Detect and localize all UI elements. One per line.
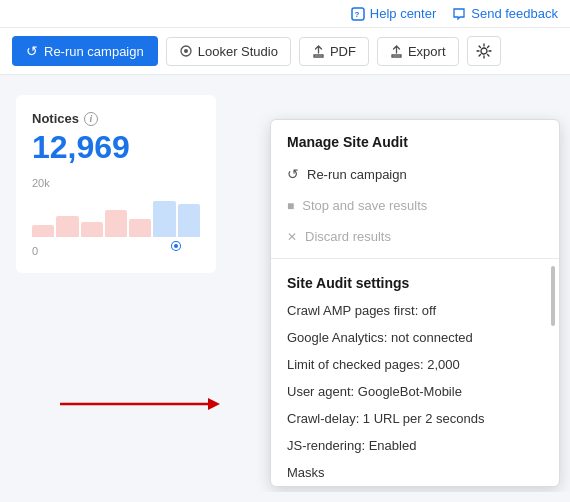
stop-icon: ■ [287, 199, 294, 213]
pdf-button[interactable]: PDF [299, 37, 369, 66]
setting-4-text: Crawl-delay: 1 URL per 2 seconds [287, 411, 485, 426]
menu-setting-6[interactable]: Masks [271, 459, 559, 486]
menu-setting-2[interactable]: Limit of checked pages: 2,000 [271, 351, 559, 378]
data-point-marker [172, 242, 180, 250]
menu-discard-item: ✕ Discard results [271, 221, 559, 252]
notices-label: Notices [32, 111, 79, 126]
menu-stop-item: ■ Stop and save results [271, 190, 559, 221]
looker-studio-button[interactable]: Looker Studio [166, 37, 291, 66]
menu-setting-1[interactable]: Google Analytics: not connected [271, 324, 559, 351]
setting-1-text: Google Analytics: not connected [287, 330, 473, 345]
discard-icon: ✕ [287, 230, 297, 244]
setting-0-text: Crawl AMP pages first: off [287, 303, 436, 318]
menu-setting-3[interactable]: User agent: GoogleBot-Mobile [271, 378, 559, 405]
export-button[interactable]: Export [377, 37, 459, 66]
help-center-icon: ? [351, 7, 365, 21]
red-arrow-svg [60, 393, 220, 415]
menu-stop-label: Stop and save results [302, 198, 427, 213]
menu-rerun-label: Re-run campaign [307, 167, 407, 182]
stats-label-row: Notices i [32, 111, 200, 126]
menu-section2-title: Site Audit settings [271, 265, 559, 297]
setting-2-text: Limit of checked pages: 2,000 [287, 357, 460, 372]
rerun-menu-icon: ↺ [287, 166, 299, 182]
svg-point-3 [184, 49, 188, 53]
looker-icon [179, 44, 193, 58]
setting-6-text: Masks [287, 465, 325, 480]
menu-discard-label: Discard results [305, 229, 391, 244]
export-label: Export [408, 44, 446, 59]
chart-y-bottom: 0 [32, 245, 38, 257]
help-center-link[interactable]: ? Help center [351, 6, 436, 21]
settings-button[interactable] [467, 36, 501, 66]
stats-card: Notices i 12,969 20k 0 [16, 95, 216, 273]
main-content: Notices i 12,969 20k 0 [0, 75, 570, 492]
rerun-icon: ↺ [26, 43, 38, 59]
menu-rerun-item[interactable]: ↺ Re-run campaign [271, 158, 559, 190]
menu-divider [271, 258, 559, 259]
toolbar: ↺ Re-run campaign Looker Studio PDF Expo… [0, 28, 570, 75]
notices-value: 12,969 [32, 130, 200, 165]
bar-2 [56, 216, 78, 237]
send-feedback-link[interactable]: Send feedback [452, 6, 558, 21]
menu-setting-0[interactable]: Crawl AMP pages first: off [271, 297, 559, 324]
gear-icon [476, 43, 492, 59]
scroll-indicator [551, 266, 555, 326]
chart-bars [32, 177, 200, 237]
menu-setting-5[interactable]: JS-rendering: Enabled [271, 432, 559, 459]
bar-5 [129, 219, 151, 237]
help-center-label: Help center [370, 6, 436, 21]
bar-1 [32, 225, 54, 237]
info-icon[interactable]: i [84, 112, 98, 126]
pdf-label: PDF [330, 44, 356, 59]
rerun-label: Re-run campaign [44, 44, 144, 59]
bar-4 [105, 210, 127, 237]
export-icon [390, 45, 403, 58]
looker-label: Looker Studio [198, 44, 278, 59]
bar-3 [81, 222, 103, 237]
rerun-campaign-button[interactable]: ↺ Re-run campaign [12, 36, 158, 66]
red-arrow-annotation [60, 393, 220, 415]
chart-area: 20k 0 [32, 177, 200, 257]
menu-setting-4[interactable]: Crawl-delay: 1 URL per 2 seconds [271, 405, 559, 432]
top-bar: ? Help center Send feedback [0, 0, 570, 28]
send-feedback-label: Send feedback [471, 6, 558, 21]
svg-text:?: ? [354, 10, 359, 19]
setting-3-text: User agent: GoogleBot-Mobile [287, 384, 462, 399]
menu-section1-title: Manage Site Audit [271, 120, 559, 158]
svg-marker-5 [208, 398, 220, 410]
upload-icon [312, 45, 325, 58]
feedback-icon [452, 7, 466, 21]
dropdown-menu: Manage Site Audit ↺ Re-run campaign ■ St… [270, 119, 560, 487]
bar-7 [178, 204, 200, 237]
setting-5-text: JS-rendering: Enabled [287, 438, 416, 453]
bar-6 [153, 201, 175, 237]
chart-y-top: 20k [32, 177, 50, 189]
